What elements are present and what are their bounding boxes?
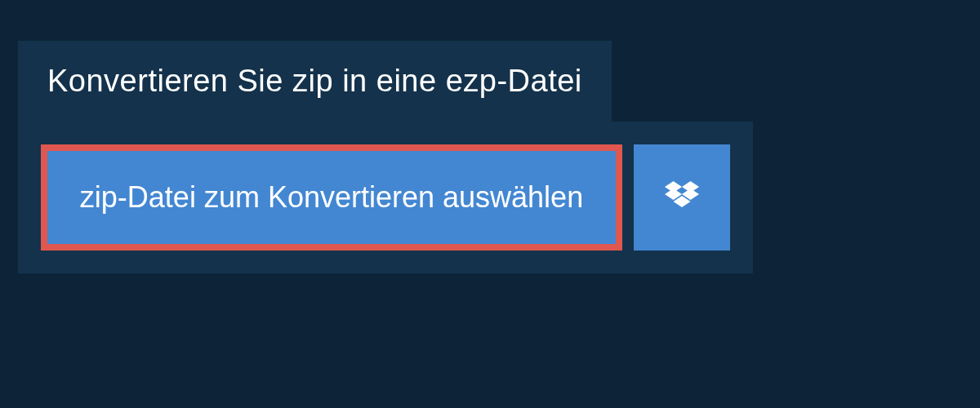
- converter-panel: Konvertieren Sie zip in eine ezp-Datei z…: [0, 0, 980, 273]
- dropbox-icon: [665, 181, 699, 214]
- select-file-button[interactable]: zip-Datei zum Konvertieren auswählen: [41, 144, 622, 251]
- button-section: zip-Datei zum Konvertieren auswählen: [18, 122, 753, 273]
- page-title: Konvertieren Sie zip in eine ezp-Datei: [47, 64, 582, 99]
- select-file-label: zip-Datei zum Konvertieren auswählen: [80, 180, 583, 215]
- dropbox-button[interactable]: [634, 144, 730, 251]
- header-bar: Konvertieren Sie zip in eine ezp-Datei: [18, 41, 612, 122]
